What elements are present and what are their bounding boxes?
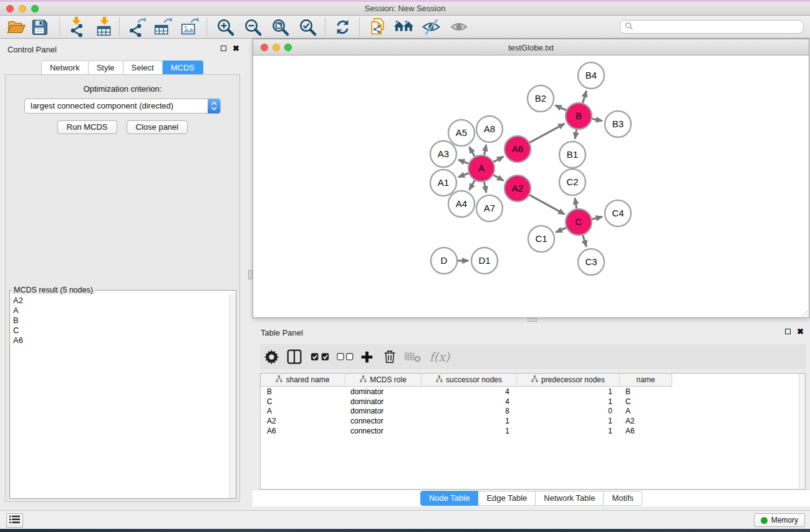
show-all-icon[interactable] bbox=[448, 16, 470, 37]
node-A4[interactable]: A4 bbox=[448, 191, 475, 217]
duplicate-network-icon[interactable] bbox=[367, 16, 389, 37]
import-table-icon[interactable] bbox=[93, 16, 115, 37]
edge-A-A2[interactable] bbox=[493, 175, 503, 181]
edge-C-C2[interactable] bbox=[575, 198, 577, 209]
tab-motifs[interactable]: Motifs bbox=[604, 491, 642, 506]
node-C2[interactable]: C2 bbox=[559, 169, 586, 195]
node-B1[interactable]: B1 bbox=[559, 142, 586, 168]
node-A2[interactable]: A2 bbox=[504, 175, 531, 201]
node-B2[interactable]: B2 bbox=[528, 85, 554, 112]
edge-B-B1[interactable] bbox=[575, 130, 576, 139]
node-C3[interactable]: C3 bbox=[578, 249, 604, 275]
edge-B-B2[interactable] bbox=[556, 105, 566, 110]
close-panel-button[interactable]: Close panel bbox=[127, 120, 188, 134]
node-A6[interactable]: A6 bbox=[504, 136, 531, 162]
network-window-titlebar[interactable]: testGlobe.txt bbox=[253, 39, 809, 56]
close-table-panel-icon[interactable]: ✖ bbox=[797, 329, 804, 334]
node-B3[interactable]: B3 bbox=[605, 111, 631, 137]
node-C[interactable]: C bbox=[566, 209, 592, 235]
table-row[interactable]: A6connector11A6 bbox=[261, 426, 805, 436]
node-D1[interactable]: D1 bbox=[471, 248, 498, 274]
table-settings-icon[interactable] bbox=[260, 344, 282, 369]
zoom-selected-icon[interactable] bbox=[296, 16, 319, 37]
edge-A-A6[interactable] bbox=[493, 157, 503, 162]
open-file-icon[interactable] bbox=[4, 16, 27, 37]
node-B4[interactable]: B4 bbox=[578, 62, 604, 89]
table-row[interactable]: Bdominator41B bbox=[261, 387, 805, 397]
column-header-shared-name[interactable]: shared name bbox=[261, 374, 345, 387]
mcds-result-scrollbar[interactable] bbox=[229, 294, 236, 498]
edge-B-B4[interactable] bbox=[582, 91, 586, 103]
close-panel-icon[interactable]: ✖ bbox=[233, 46, 239, 51]
float-panel-icon[interactable] bbox=[221, 46, 226, 51]
column-header-name[interactable]: name bbox=[620, 374, 672, 387]
network-canvas[interactable]: B4B2BB3B1A5A8A6A3AA1A2C2A4A7C4CC1C3DD1 bbox=[253, 56, 809, 317]
unselect-all-columns-icon[interactable] bbox=[334, 344, 356, 369]
export-network-icon[interactable] bbox=[125, 16, 148, 37]
edge-C-C1[interactable] bbox=[556, 228, 566, 232]
mcds-result-item[interactable]: A2 bbox=[13, 296, 236, 306]
criterion-select[interactable]: largest connected component (directed) bbox=[24, 99, 221, 114]
edge-A-A7[interactable] bbox=[484, 182, 486, 193]
node-B[interactable]: B bbox=[566, 103, 592, 129]
first-neighbors-icon[interactable] bbox=[392, 16, 415, 37]
column-layout-icon[interactable] bbox=[283, 344, 306, 369]
node-C1[interactable]: C1 bbox=[528, 226, 554, 252]
zoom-in-icon[interactable] bbox=[214, 16, 236, 37]
hide-selected-icon[interactable] bbox=[420, 16, 442, 37]
node-C4[interactable]: C4 bbox=[605, 200, 631, 226]
tab-network-table[interactable]: Network Table bbox=[536, 491, 604, 506]
node-A5[interactable]: A5 bbox=[448, 120, 475, 146]
select-all-columns-icon[interactable] bbox=[309, 344, 331, 369]
zoom-out-icon[interactable] bbox=[241, 16, 264, 37]
node-A3[interactable]: A3 bbox=[430, 141, 456, 167]
delete-table-icon[interactable] bbox=[402, 344, 424, 369]
tab-network[interactable]: Network bbox=[41, 60, 89, 75]
mcds-result-item[interactable]: B bbox=[13, 316, 236, 326]
node-D[interactable]: D bbox=[431, 248, 457, 274]
vertical-splitter-handle[interactable] bbox=[248, 270, 253, 279]
table-scrollbar[interactable] bbox=[799, 374, 805, 489]
tab-style[interactable]: Style bbox=[89, 60, 123, 75]
export-image-icon[interactable] bbox=[178, 16, 201, 37]
mcds-result-item[interactable]: A bbox=[13, 306, 236, 316]
export-table-icon[interactable] bbox=[152, 16, 174, 37]
edge-C-C4[interactable] bbox=[592, 217, 602, 220]
search-box[interactable] bbox=[620, 20, 804, 34]
zoom-fit-icon[interactable] bbox=[269, 16, 291, 37]
edge-A-A3[interactable] bbox=[458, 160, 468, 163]
table-row[interactable]: A2connector11A2 bbox=[261, 416, 805, 426]
search-input[interactable] bbox=[635, 21, 803, 32]
edge-A6-B[interactable] bbox=[529, 123, 564, 142]
add-column-icon[interactable] bbox=[355, 344, 378, 369]
function-builder-icon[interactable]: f(x) bbox=[428, 344, 451, 369]
node-A8[interactable]: A8 bbox=[476, 116, 503, 142]
horizontal-splitter-handle[interactable] bbox=[528, 318, 537, 322]
edge-A-A4[interactable] bbox=[470, 180, 475, 190]
import-network-icon[interactable] bbox=[65, 16, 87, 37]
node-A1[interactable]: A1 bbox=[430, 170, 456, 196]
edge-B-B3[interactable] bbox=[592, 118, 602, 120]
edge-A-A5[interactable] bbox=[470, 147, 475, 157]
column-header-MCDS-role[interactable]: MCDS role bbox=[345, 374, 422, 387]
status-list-button[interactable] bbox=[6, 513, 23, 528]
column-header-predecessor-nodes[interactable]: predecessor nodes bbox=[517, 374, 620, 387]
tab-edge-table[interactable]: Edge Table bbox=[478, 491, 536, 506]
node-A7[interactable]: A7 bbox=[476, 195, 503, 221]
float-table-panel-icon[interactable] bbox=[785, 329, 791, 334]
tab-node-table[interactable]: Node Table bbox=[420, 491, 479, 506]
tab-mcds[interactable]: MCDS bbox=[163, 60, 203, 75]
edge-C-C3[interactable] bbox=[583, 235, 587, 246]
delete-column-icon[interactable] bbox=[378, 344, 401, 369]
edge-A2-C[interactable] bbox=[529, 195, 564, 215]
node-A[interactable]: A bbox=[468, 155, 494, 181]
memory-button[interactable]: Memory bbox=[754, 513, 805, 527]
column-header-successor-nodes[interactable]: successor nodes bbox=[422, 374, 517, 387]
save-session-icon[interactable] bbox=[28, 16, 51, 37]
mcds-result-item[interactable]: C bbox=[13, 326, 236, 336]
refresh-layout-icon[interactable] bbox=[331, 16, 354, 37]
table-row[interactable]: Cdominator41C bbox=[261, 397, 805, 407]
edge-A-A8[interactable] bbox=[484, 145, 486, 155]
mcds-result-item[interactable]: A6 bbox=[13, 336, 236, 346]
tab-select[interactable]: Select bbox=[123, 60, 163, 75]
